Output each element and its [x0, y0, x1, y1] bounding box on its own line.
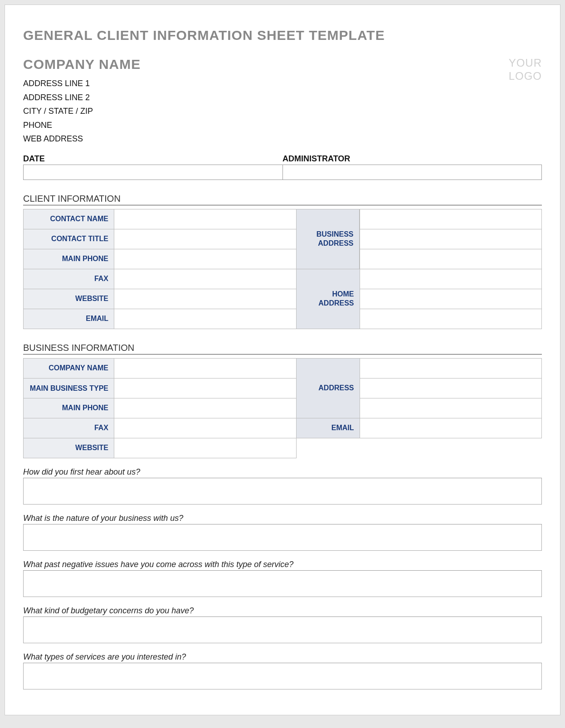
answer-field[interactable]	[23, 478, 542, 505]
label-main-phone: MAIN PHONE	[24, 249, 114, 269]
administrator-column: ADMINISTRATOR	[282, 154, 542, 180]
label-business-address: BUSINESSADDRESS	[297, 209, 360, 269]
empty-cell	[360, 438, 542, 458]
section-title-business-info: BUSINESS INFORMATION	[23, 343, 542, 354]
section-title-client-info: CLIENT INFORMATION	[23, 194, 542, 205]
company-line: ADDRESS LINE 2	[23, 91, 509, 105]
question-text: What past negative issues have you come …	[23, 560, 542, 571]
field-business-address-3[interactable]	[360, 249, 542, 269]
field-fax-biz[interactable]	[114, 418, 297, 438]
date-admin-row: DATE ADMINISTRATOR	[23, 154, 542, 180]
header-row: COMPANY NAME ADDRESS LINE 1 ADDRESS LINE…	[23, 57, 542, 146]
field-main-phone[interactable]	[114, 249, 297, 269]
question-text: What is the nature of your business with…	[23, 514, 542, 524]
label-home-address: HOMEADDRESS	[297, 269, 360, 329]
company-line: PHONE	[23, 118, 509, 132]
field-contact-title[interactable]	[114, 229, 297, 249]
empty-cell	[296, 438, 360, 458]
client-info-table: CONTACT NAME BUSINESSADDRESS CONTACT TIT…	[23, 209, 542, 329]
logo-text-line: YOUR	[509, 57, 542, 70]
business-info-table: COMPANY NAME ADDRESS MAIN BUSINESS TYPE …	[23, 358, 542, 458]
label-fax: FAX	[24, 269, 114, 289]
date-field[interactable]	[23, 165, 282, 180]
logo-text-line: LOGO	[509, 70, 542, 83]
field-home-address-2[interactable]	[360, 289, 542, 309]
label-email-biz: EMAIL	[296, 418, 360, 438]
label-fax-biz: FAX	[24, 418, 114, 438]
question-text: How did you first hear about us?	[23, 467, 542, 478]
field-address-1[interactable]	[360, 358, 542, 378]
date-column: DATE	[23, 154, 282, 180]
field-fax[interactable]	[114, 269, 297, 289]
document-page: GENERAL CLIENT INFORMATION SHEET TEMPLAT…	[5, 5, 560, 715]
label-main-business-type: MAIN BUSINESS TYPE	[24, 378, 114, 398]
label-website: WEBSITE	[24, 289, 114, 309]
company-line: WEB ADDRESS	[23, 132, 509, 146]
answer-field[interactable]	[23, 524, 542, 551]
field-website[interactable]	[114, 289, 297, 309]
field-company-name[interactable]	[114, 358, 297, 378]
label-company-name: COMPANY NAME	[24, 358, 114, 378]
label-email: EMAIL	[24, 309, 114, 329]
date-label: DATE	[23, 154, 282, 165]
administrator-field[interactable]	[282, 165, 542, 180]
question-block: What types of services are you intereste…	[23, 652, 542, 689]
field-business-address-1[interactable]	[360, 209, 542, 229]
field-home-address-1[interactable]	[360, 269, 542, 289]
question-block: What kind of budgetary concerns do you h…	[23, 606, 542, 643]
field-address-2[interactable]	[360, 378, 542, 398]
answer-field[interactable]	[23, 663, 542, 689]
field-home-address-3[interactable]	[360, 309, 542, 329]
field-address-3[interactable]	[360, 398, 542, 418]
document-title: GENERAL CLIENT INFORMATION SHEET TEMPLAT…	[23, 28, 542, 43]
company-line: ADDRESS LINE 1	[23, 77, 509, 91]
question-block: What is the nature of your business with…	[23, 514, 542, 551]
label-contact-name: CONTACT NAME	[24, 209, 114, 229]
field-website-biz[interactable]	[114, 438, 297, 458]
answer-field[interactable]	[23, 571, 542, 597]
field-business-address-2[interactable]	[360, 229, 542, 249]
logo-placeholder: YOUR LOGO	[509, 57, 542, 83]
question-text: What kind of budgetary concerns do you h…	[23, 606, 542, 617]
field-main-business-type[interactable]	[114, 378, 297, 398]
field-email[interactable]	[114, 309, 297, 329]
answer-field[interactable]	[23, 617, 542, 643]
question-block: How did you first hear about us?	[23, 467, 542, 505]
field-contact-name[interactable]	[114, 209, 297, 229]
company-address-lines: ADDRESS LINE 1 ADDRESS LINE 2 CITY / STA…	[23, 77, 509, 146]
label-contact-title: CONTACT TITLE	[24, 229, 114, 249]
question-block: What past negative issues have you come …	[23, 560, 542, 597]
company-block: COMPANY NAME ADDRESS LINE 1 ADDRESS LINE…	[23, 57, 509, 146]
label-main-phone-biz: MAIN PHONE	[24, 398, 114, 418]
field-email-biz[interactable]	[360, 418, 542, 438]
company-line: CITY / STATE / ZIP	[23, 104, 509, 118]
field-main-phone-biz[interactable]	[114, 398, 297, 418]
administrator-label: ADMINISTRATOR	[282, 154, 542, 165]
question-text: What types of services are you intereste…	[23, 652, 542, 663]
label-website-biz: WEBSITE	[24, 438, 114, 458]
label-address: ADDRESS	[297, 359, 360, 418]
company-name: COMPANY NAME	[23, 57, 509, 72]
